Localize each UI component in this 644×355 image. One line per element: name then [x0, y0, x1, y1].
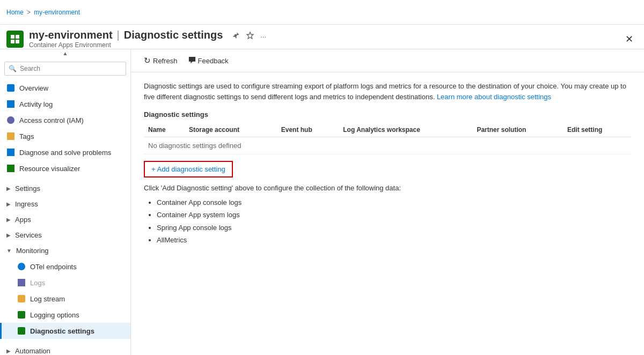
toolbar: ↻ Refresh Feedback — [131, 49, 644, 72]
sidebar: ▲ 🔍 Overview Activity log Access control… — [0, 49, 131, 355]
bullet-list: Container App console logs Container App… — [144, 196, 631, 247]
table-row-empty: No diagnostic settings defined — [144, 137, 631, 154]
svg-rect-3 — [16, 40, 19, 43]
visualizer-icon — [6, 164, 15, 173]
sidebar-item-iam[interactable]: Access control (IAM) — [0, 112, 130, 128]
svg-marker-4 — [247, 32, 253, 38]
sidebar-label-logs: Logs — [30, 279, 45, 287]
sidebar-item-otel[interactable]: OTel endpoints — [0, 258, 130, 275]
sidebar-label-monitoring: Monitoring — [16, 247, 49, 255]
iam-icon — [6, 116, 15, 124]
resource-subtitle: Container Apps Environment — [29, 41, 621, 49]
refresh-label: Refresh — [153, 57, 178, 65]
logging-icon — [17, 310, 26, 319]
sidebar-label-iam: Access control (IAM) — [19, 116, 84, 124]
resource-title-block: my-environment | Diagnostic settings ...… — [29, 29, 621, 49]
add-diagnostic-setting-button[interactable]: + Add diagnostic setting — [144, 161, 233, 178]
list-item: AllMetrics — [157, 234, 631, 246]
sidebar-label-otel: OTel endpoints — [30, 263, 77, 271]
sidebar-item-apps[interactable]: ▶ Apps — [0, 212, 130, 227]
sidebar-item-diagnostic-settings[interactable]: Diagnostic settings — [0, 323, 130, 339]
logstream-icon — [17, 294, 26, 303]
overview-icon — [6, 84, 15, 92]
col-partner: Partner solution — [472, 123, 563, 137]
sidebar-label-diagnose: Diagnose and solve problems — [19, 149, 111, 157]
activity-log-icon — [6, 100, 15, 108]
resource-icon — [6, 31, 24, 48]
info-text: Click 'Add Diagnostic setting' above to … — [144, 184, 631, 192]
sidebar-item-monitoring[interactable]: ▼ Monitoring — [0, 243, 130, 258]
diagnose-icon — [6, 148, 15, 157]
refresh-icon: ↻ — [144, 56, 151, 65]
sidebar-item-activity-log[interactable]: Activity log — [0, 96, 130, 112]
diagnostic-icon — [17, 327, 26, 335]
sidebar-item-services[interactable]: ▶ Services — [0, 227, 130, 243]
sidebar-label-services: Services — [15, 231, 42, 239]
sidebar-item-ingress[interactable]: ▶ Ingress — [0, 196, 130, 212]
col-log-analytics: Log Analytics workspace — [339, 123, 472, 137]
svg-rect-1 — [16, 35, 19, 39]
col-edit: Edit setting — [563, 123, 631, 137]
sidebar-label-overview: Overview — [19, 84, 48, 92]
breadcrumb-current[interactable]: my-environment — [34, 9, 80, 16]
list-item: Container App system logs — [157, 209, 631, 221]
sidebar-label-ingress: Ingress — [15, 200, 38, 208]
sidebar-item-settings[interactable]: ▶ Settings — [0, 181, 130, 196]
sidebar-label-tags: Tags — [19, 132, 34, 140]
list-item: Container App console logs — [157, 196, 631, 209]
svg-rect-2 — [11, 40, 14, 43]
sidebar-item-automation[interactable]: ▶ Automation — [0, 343, 130, 355]
tags-icon — [6, 132, 15, 140]
sidebar-item-tags[interactable]: Tags — [0, 128, 130, 144]
sidebar-label-visualizer: Resource visualizer — [19, 165, 80, 173]
breadcrumb-home[interactable]: Home — [6, 9, 24, 16]
sidebar-item-logstream[interactable]: Log stream — [0, 291, 130, 307]
sidebar-label-apps: Apps — [15, 216, 31, 224]
page-title: my-environment | Diagnostic settings ... — [29, 29, 621, 41]
monitoring-chevron: ▼ — [6, 248, 12, 254]
svg-rect-0 — [11, 35, 14, 39]
apps-chevron: ▶ — [6, 217, 11, 223]
col-storage: Storage account — [185, 123, 277, 137]
automation-chevron: ▶ — [6, 348, 11, 354]
search-icon: 🔍 — [9, 65, 17, 72]
favorite-button[interactable] — [245, 31, 255, 40]
breadcrumb-sep: > — [27, 9, 31, 16]
logs-icon — [17, 278, 26, 287]
feedback-button[interactable]: Feedback — [184, 54, 233, 68]
title-separator: | — [117, 29, 120, 41]
content-area: ↻ Refresh Feedback Diagnostic settings a… — [131, 49, 644, 355]
services-chevron: ▶ — [6, 232, 11, 238]
sidebar-label-activity-log: Activity log — [19, 100, 53, 108]
list-item: Spring App console logs — [157, 221, 631, 234]
page-name: Diagnostic settings — [124, 29, 223, 41]
learn-more-link[interactable]: Learn more about diagnostic settings — [437, 93, 551, 101]
sidebar-item-logs[interactable]: Logs — [0, 275, 130, 291]
sidebar-search-section: 🔍 — [0, 57, 130, 80]
refresh-button[interactable]: ↻ Refresh — [140, 54, 182, 68]
close-button[interactable]: ✕ — [621, 31, 638, 47]
sidebar-label-logging-options: Logging options — [30, 311, 79, 319]
add-setting-label: + Add diagnostic setting — [151, 165, 225, 173]
diagnostic-table: Name Storage account Event hub Log Analy… — [144, 123, 631, 154]
sidebar-item-overview[interactable]: Overview — [0, 80, 130, 96]
settings-chevron: ▶ — [6, 186, 11, 191]
sidebar-item-logging-options[interactable]: Logging options — [0, 307, 130, 323]
no-data-cell: No diagnostic settings defined — [144, 137, 631, 154]
sidebar-item-diagnose[interactable]: Diagnose and solve problems — [0, 144, 130, 160]
sidebar-label-automation: Automation — [15, 347, 50, 355]
search-input[interactable] — [4, 62, 126, 76]
sidebar-label-diagnostic-settings: Diagnostic settings — [30, 327, 94, 335]
scroll-up-arrow[interactable]: ▲ — [0, 49, 130, 57]
pin-button[interactable] — [231, 31, 241, 40]
sidebar-label-logstream: Log stream — [30, 295, 65, 303]
breadcrumb: Home > my-environment — [6, 9, 80, 16]
section-title: Diagnostic settings — [144, 110, 631, 119]
feedback-label: Feedback — [198, 57, 229, 65]
more-button[interactable]: ... — [259, 30, 267, 40]
sidebar-item-visualizer[interactable]: Resource visualizer — [0, 160, 130, 176]
sidebar-label-settings: Settings — [15, 184, 40, 193]
resource-name: my-environment — [29, 29, 113, 41]
ingress-chevron: ▶ — [6, 201, 11, 207]
col-eventhub: Event hub — [277, 123, 339, 137]
